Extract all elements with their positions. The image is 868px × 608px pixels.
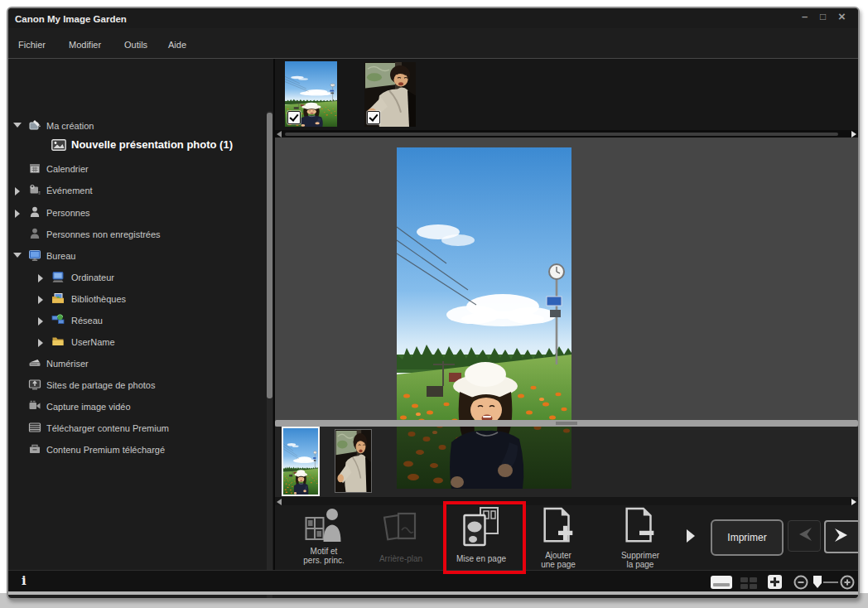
sidebar-item-nouvelle-presentation-photo[interactable]: Nouvelle présentation photo (1) — [8, 136, 263, 157]
unregistered-people-icon — [28, 227, 41, 240]
sidebar-item-label: Personnes non enregistrées — [46, 229, 161, 239]
button-label: Mise en page — [456, 554, 506, 563]
zoom-out-icon[interactable] — [793, 575, 808, 593]
sidebar-item-evenement[interactable]: Événement — [8, 181, 263, 200]
selected-materials-strip — [275, 59, 858, 131]
button-label: pers. princ. — [303, 556, 344, 565]
menu-fichier[interactable]: Fichier — [18, 40, 46, 50]
sidebar-item-username[interactable]: UserName — [8, 333, 263, 351]
material-thumbnail-field[interactable] — [285, 61, 337, 127]
sidebar-item-telecharger-premium[interactable]: Télécharger contenu Premium — [8, 419, 263, 437]
scrollbar-thumb[interactable] — [267, 113, 272, 398]
sidebar-item-label: Sites de partage de photos — [46, 380, 155, 390]
next-page-button[interactable] — [824, 520, 860, 553]
button-label: une page — [541, 560, 576, 569]
screenshot-stage: Canon My Image Garden – □ × Fichier Modi… — [0, 0, 868, 608]
sidebar-item-label: Calendrier — [46, 164, 89, 174]
window-bottom-frame — [8, 591, 858, 595]
scrollbar-thumb[interactable] — [285, 133, 838, 136]
scroll-right-icon[interactable] — [851, 499, 856, 505]
page-thumbnail-2[interactable] — [335, 429, 372, 493]
scroll-right-icon[interactable] — [851, 131, 856, 138]
expand-tools-icon[interactable] — [686, 528, 696, 547]
arrow-left-icon — [796, 527, 813, 545]
checked-checkbox-icon[interactable] — [287, 111, 301, 124]
sidebar-item-bureau[interactable]: Bureau — [8, 247, 263, 265]
menu-modifier[interactable]: Modifier — [69, 40, 101, 50]
delete-page-icon — [624, 506, 657, 549]
menu-outils[interactable]: Outils — [124, 40, 147, 50]
sidebar-item-label: Ma création — [46, 121, 94, 131]
menu-bar: Fichier Modifier Outils Aide — [8, 28, 858, 59]
chevron-collapsed-icon[interactable] — [15, 210, 20, 218]
sidebar-item-label: Nouvelle présentation photo (1) — [71, 138, 233, 151]
maximize-button[interactable]: □ — [820, 11, 826, 22]
event-icon — [28, 183, 41, 196]
chevron-collapsed-icon[interactable] — [38, 274, 43, 282]
calendar-icon — [28, 162, 41, 175]
sidebar-item-sites-de-partage[interactable]: Sites de partage de photos — [8, 376, 263, 394]
sidebar-vertical-scrollbar[interactable] — [267, 111, 272, 600]
materials-strip-scrollbar[interactable] — [275, 130, 858, 138]
button-label: Supprimer — [621, 551, 659, 560]
sidebar-item-bibliotheques[interactable]: Bibliothèques — [8, 290, 263, 308]
chevron-collapsed-icon[interactable] — [38, 296, 43, 304]
sidebar-item-label: Numériser — [46, 359, 89, 369]
chevron-collapsed-icon[interactable] — [15, 187, 20, 195]
pages-strip-scrollbar[interactable] — [275, 497, 858, 505]
button-label: Arrière-plan — [379, 554, 422, 563]
sidebar-item-ordinateur[interactable]: Ordinateur — [8, 268, 263, 287]
checked-checkbox-icon[interactable] — [367, 111, 380, 124]
chevron-expanded-icon[interactable] — [13, 253, 22, 258]
supprimer-page-button[interactable]: Supprimer la page — [610, 506, 671, 569]
preview-horizontal-scrollbar[interactable] — [275, 420, 858, 427]
chevron-expanded-icon[interactable] — [13, 123, 22, 128]
navigation-sidebar: Ma création Nouvelle présentation photo … — [8, 59, 275, 570]
zoom-in-icon[interactable] — [840, 575, 855, 593]
chevron-collapsed-icon[interactable] — [38, 339, 43, 347]
sidebar-item-personnes[interactable]: Personnes — [8, 204, 263, 222]
user-folder-icon — [51, 335, 65, 348]
sidebar-item-numeriser[interactable]: Numériser — [8, 355, 263, 373]
zoom-slider-track[interactable] — [823, 581, 838, 583]
sidebar-item-personnes-non-enregistrees[interactable]: Personnes non enregistrées — [8, 225, 263, 244]
premium-content-icon — [28, 442, 41, 456]
sidebar-item-label: Personnes — [46, 208, 90, 218]
motif-button[interactable]: Motif et pers. princ. — [295, 507, 353, 565]
my-creations-icon — [28, 118, 41, 132]
network-icon — [51, 313, 65, 326]
scroll-left-icon[interactable] — [277, 131, 282, 138]
material-thumbnail-car[interactable] — [364, 62, 416, 127]
window-title: Canon My Image Garden — [15, 14, 127, 24]
button-label: Ajouter — [545, 551, 571, 560]
sidebar-item-ma-creation[interactable]: Ma création — [8, 117, 263, 135]
sidebar-item-contenu-premium[interactable]: Contenu Premium téléchargé — [8, 441, 263, 459]
sidebar-item-capture-video[interactable]: Capture image vidéo — [8, 398, 263, 416]
motif-icon — [305, 507, 343, 545]
people-icon — [28, 205, 41, 219]
sidebar-item-label: Bureau — [46, 251, 75, 261]
button-label: Imprimer — [727, 532, 766, 543]
photo-sharing-icon — [28, 378, 41, 391]
chevron-collapsed-icon[interactable] — [38, 317, 43, 326]
close-button[interactable]: × — [838, 9, 846, 23]
mise-en-page-button[interactable]: Mise en page — [448, 506, 514, 563]
zoom-slider-handle[interactable] — [813, 576, 822, 588]
page-thumbnail-current[interactable] — [282, 427, 320, 496]
imprimer-button[interactable]: Imprimer — [711, 519, 784, 556]
sidebar-item-reseau[interactable]: Réseau — [8, 311, 263, 330]
sidebar-item-label: Capture image vidéo — [46, 402, 131, 412]
single-view-icon[interactable] — [711, 576, 732, 589]
scroll-left-icon[interactable] — [277, 499, 282, 505]
fit-view-icon[interactable] — [768, 575, 782, 589]
sidebar-item-label: Télécharger contenu Premium — [46, 423, 169, 433]
menu-aide[interactable]: Aide — [168, 40, 186, 50]
title-bar[interactable]: Canon My Image Garden – □ × — [8, 8, 858, 28]
sidebar-item-calendrier[interactable]: Calendrier — [8, 160, 263, 178]
info-icon[interactable]: i — [22, 573, 27, 588]
minimize-button[interactable]: – — [802, 10, 808, 22]
ajouter-page-button[interactable]: Ajouter une page — [530, 506, 586, 569]
arriere-plan-button: Arrière-plan — [369, 510, 432, 563]
video-capture-icon — [28, 399, 41, 413]
photo-presentation-icon — [51, 139, 66, 151]
